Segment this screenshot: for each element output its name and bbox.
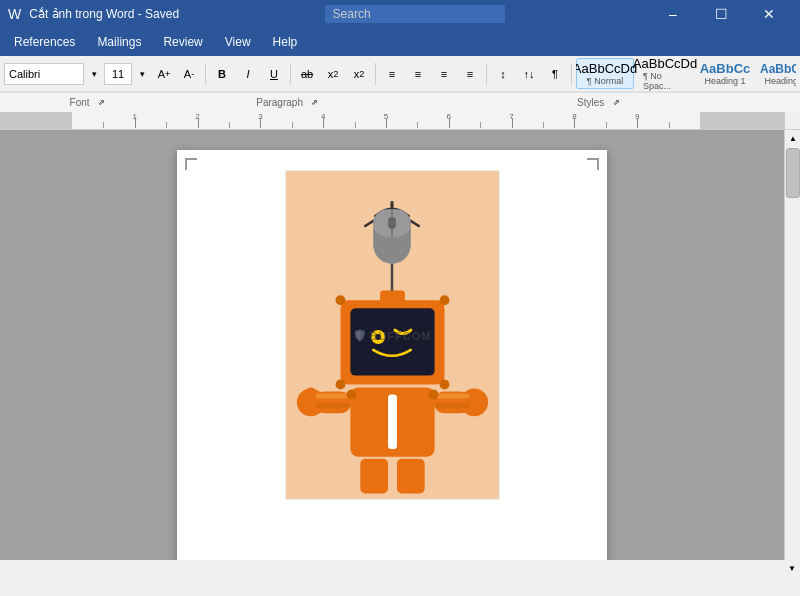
title-bar-left: W Cắt ảnh trong Word - Saved	[8, 6, 179, 22]
styles-dialog-btn[interactable]: ⇗	[609, 96, 623, 110]
font-size-dropdown[interactable]: ▾	[133, 65, 151, 83]
svg-rect-20	[435, 393, 469, 398]
subscript-btn[interactable]: x2	[321, 63, 345, 85]
style-h1[interactable]: AaBbCc Heading 1	[696, 58, 754, 89]
svg-point-29	[439, 380, 449, 390]
search-input[interactable]	[325, 5, 505, 23]
superscript-btn[interactable]: x2	[347, 63, 371, 85]
style-h2-preview: AaBbCcI	[760, 62, 796, 76]
sort-btn[interactable]: ↑↓	[517, 63, 541, 85]
styles-section: AaBbCcDd ¶ Normal AaBbCcDd ¶ No Spac... …	[576, 44, 796, 104]
watermark: 🛡️ BUFFCOM	[353, 329, 432, 342]
style-h1-label: Heading 1	[704, 76, 745, 86]
menu-help[interactable]: Help	[263, 31, 308, 53]
font-dialog-btn[interactable]: ⇗	[94, 96, 108, 110]
word-icon: W	[8, 6, 21, 22]
separator3	[375, 63, 376, 85]
svg-rect-16	[315, 393, 349, 398]
svg-rect-22	[360, 459, 388, 494]
style-h1-preview: AaBbCc	[700, 61, 751, 76]
separator2	[290, 63, 291, 85]
svg-rect-15	[305, 388, 315, 406]
ribbon-groups: Font ⇗ Paragraph ⇗ Styles ⇗	[0, 92, 800, 112]
svg-point-25	[428, 389, 438, 399]
menu-review[interactable]: Review	[153, 31, 212, 53]
group-paragraph-label: Paragraph ⇗	[174, 96, 404, 110]
page-corner-tl	[185, 158, 197, 170]
scroll-up-btn[interactable]: ▲	[785, 130, 800, 146]
svg-rect-23	[396, 459, 424, 494]
increase-font-btn[interactable]: A+	[152, 63, 176, 85]
align-justify-btn[interactable]: ≡	[458, 63, 482, 85]
ruler-white[interactable]: 1 2 3 4 5 6 7 8 9	[72, 112, 700, 129]
style-h2[interactable]: AaBbCcI Heading 2	[756, 59, 796, 89]
font-name-dropdown[interactable]: ▾	[85, 65, 103, 83]
bold-btn[interactable]: B	[210, 63, 234, 85]
ribbon-row1: ▾ ▾ A+ A- B I U ab x2 x2 ≡ ≡ ≡ ≡ ↕ ↑↓ ¶ …	[0, 56, 800, 92]
group-font-label: Font ⇗	[4, 96, 174, 110]
doc-area: 🛡️ BUFFCOM	[0, 130, 800, 560]
ruler: 1 2 3 4 5 6 7 8 9	[0, 112, 800, 130]
vertical-scrollbar[interactable]: ▲ ▼	[784, 130, 800, 560]
svg-rect-21	[435, 403, 469, 408]
svg-point-27	[439, 295, 449, 305]
group-styles-label: Styles ⇗	[404, 96, 796, 110]
show-formatting-btn[interactable]: ¶	[543, 63, 567, 85]
page: 🛡️ BUFFCOM	[177, 150, 607, 560]
align-left-btn[interactable]: ≡	[380, 63, 404, 85]
window-controls: – ☐ ✕	[650, 0, 792, 28]
font-group: ▾ ▾ A+ A-	[4, 63, 201, 85]
svg-point-19	[460, 388, 488, 416]
close-button[interactable]: ✕	[746, 0, 792, 28]
separator5	[571, 63, 572, 85]
italic-btn[interactable]: I	[236, 63, 260, 85]
svg-rect-12	[388, 394, 397, 448]
underline-btn[interactable]: U	[262, 63, 286, 85]
font-size-input[interactable]	[104, 63, 132, 85]
menu-view[interactable]: View	[215, 31, 261, 53]
ruler-scroll	[784, 112, 800, 129]
decrease-font-btn[interactable]: A-	[177, 63, 201, 85]
ruler-gray-left	[0, 112, 72, 129]
align-center-btn[interactable]: ≡	[406, 63, 430, 85]
doc-content: 🛡️ BUFFCOM	[0, 130, 784, 560]
separator4	[486, 63, 487, 85]
maximize-button[interactable]: ☐	[698, 0, 744, 28]
robot-image[interactable]: 🛡️ BUFFCOM	[285, 170, 500, 500]
watermark-text: BUFFCOM	[370, 329, 432, 341]
style-nospace-label: ¶ No Spac...	[643, 71, 687, 91]
menu-mailings[interactable]: Mailings	[87, 31, 151, 53]
style-h2-label: Heading 2	[764, 76, 796, 86]
title-bar-title: Cắt ảnh trong Word - Saved	[29, 7, 179, 21]
style-nospace[interactable]: AaBbCcDd ¶ No Spac...	[636, 53, 694, 94]
separator1	[205, 63, 206, 85]
title-bar: W Cắt ảnh trong Word - Saved – ☐ ✕	[0, 0, 800, 28]
svg-rect-8	[350, 308, 434, 375]
svg-point-24	[346, 389, 356, 399]
align-right-btn[interactable]: ≡	[432, 63, 456, 85]
watermark-icon: 🛡️	[353, 329, 367, 342]
svg-point-26	[335, 295, 345, 305]
svg-rect-17	[315, 403, 349, 408]
menu-references[interactable]: References	[4, 31, 85, 53]
page-corner-tr	[587, 158, 599, 170]
paragraph-dialog-btn[interactable]: ⇗	[308, 96, 322, 110]
font-name-input[interactable]	[4, 63, 84, 85]
style-normal[interactable]: AaBbCcDd ¶ Normal	[576, 58, 634, 89]
svg-rect-5	[388, 217, 396, 229]
strikethrough-btn[interactable]: ab	[295, 63, 319, 85]
minimize-button[interactable]: –	[650, 0, 696, 28]
style-nospace-preview: AaBbCcDd	[633, 56, 697, 71]
line-spacing-btn[interactable]: ↕	[491, 63, 515, 85]
style-normal-label: ¶ Normal	[587, 76, 623, 86]
page-content: 🛡️ BUFFCOM	[197, 170, 587, 550]
style-normal-preview: AaBbCcDd	[576, 61, 637, 76]
scrollbar-thumb[interactable]	[786, 148, 800, 198]
svg-point-28	[335, 380, 345, 390]
